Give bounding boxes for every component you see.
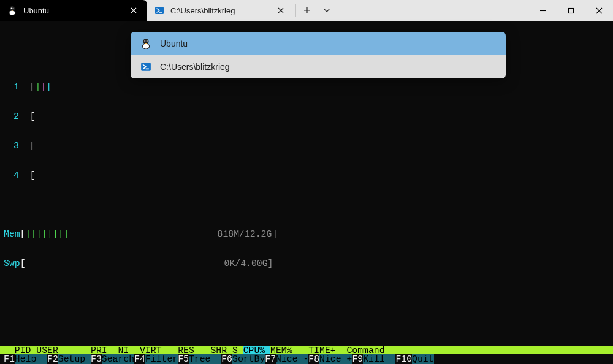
cpu-meters: 1 [||| 2 [ 3 [ 4 [ bbox=[0, 63, 613, 200]
titlebar-spacer bbox=[337, 0, 528, 21]
cpu-index: 4 bbox=[13, 170, 19, 180]
tab-powershell[interactable]: C:\Users\blitzkrieg bbox=[147, 0, 294, 21]
svg-point-10 bbox=[144, 40, 145, 42]
tux-icon bbox=[7, 6, 17, 15]
tab-separator bbox=[295, 4, 296, 17]
swap-meter: Swp[0K/4.00G] bbox=[0, 259, 613, 268]
svg-point-11 bbox=[147, 40, 148, 42]
tab-title: C:\Users\blitzkrieg bbox=[170, 7, 268, 15]
dropdown-item-label: C:\Users\blitzkrieg bbox=[160, 63, 230, 71]
function-key-bar[interactable]: F1Help F2Setup F3SearchF4FilterF5Tree F6… bbox=[0, 354, 613, 364]
dropdown-item-powershell[interactable]: C:\Users\blitzkrieg bbox=[131, 55, 506, 78]
tab-dropdown-button[interactable] bbox=[317, 0, 337, 21]
window-titlebar: Ubuntu C:\Users\blitzkrieg bbox=[0, 0, 613, 21]
tab-switcher-dropdown: Ubuntu C:\Users\blitzkrieg bbox=[131, 32, 506, 78]
tux-icon bbox=[140, 38, 151, 49]
tab-close-button[interactable] bbox=[128, 4, 140, 17]
tab-title: Ubuntu bbox=[23, 7, 121, 15]
dropdown-item-label: Ubuntu bbox=[160, 39, 188, 48]
powershell-icon bbox=[154, 6, 164, 15]
minimize-button[interactable] bbox=[528, 0, 557, 21]
maximize-button[interactable] bbox=[557, 0, 585, 21]
close-window-button[interactable] bbox=[585, 0, 613, 21]
tab-close-button[interactable] bbox=[275, 4, 287, 17]
cpu-index: 2 bbox=[13, 112, 19, 121]
svg-point-3 bbox=[11, 8, 12, 9]
svg-rect-6 bbox=[568, 8, 573, 13]
dropdown-item-ubuntu[interactable]: Ubuntu bbox=[131, 32, 506, 55]
svg-point-4 bbox=[13, 8, 14, 9]
cpu-index: 1 bbox=[13, 82, 19, 92]
cpu-index: 3 bbox=[13, 141, 19, 151]
tab-ubuntu[interactable]: Ubuntu bbox=[0, 0, 147, 21]
window-controls bbox=[528, 0, 613, 21]
new-tab-button[interactable] bbox=[297, 0, 317, 21]
memory-meter: Mem[||||||||818M/12.2G] bbox=[0, 229, 613, 239]
powershell-icon bbox=[140, 61, 151, 72]
